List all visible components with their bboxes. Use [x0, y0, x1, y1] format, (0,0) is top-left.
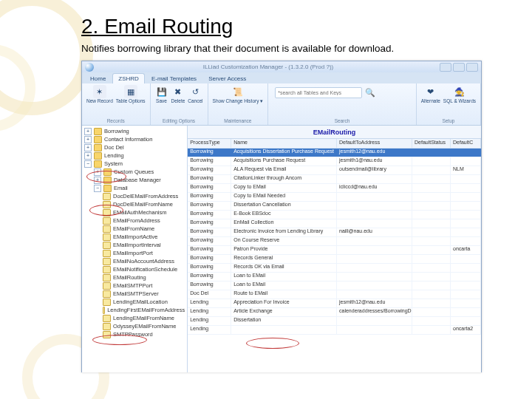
tree-key[interactable]: EMailRouting [82, 273, 187, 282]
table-row[interactable]: Lendingoncarta2 [188, 326, 481, 335]
table-title: EMailRouting [188, 126, 481, 139]
table-row[interactable]: BorrowingOn Course Reserve [188, 237, 481, 246]
maximize-button[interactable] [453, 63, 465, 72]
expand-icon[interactable]: + [94, 177, 101, 184]
key-icon [103, 201, 111, 208]
tree-label: Doc Del [104, 144, 124, 151]
col-process-type[interactable]: ProcessType [188, 139, 231, 148]
expand-icon[interactable]: + [84, 136, 92, 143]
tree-label: Database Manager [114, 177, 161, 183]
expand-icon[interactable]: + [94, 168, 101, 176]
close-button[interactable] [466, 63, 478, 72]
col-default-status[interactable]: DefaultStatus [412, 139, 451, 148]
table-row[interactable]: Doc DelRoute to EMail [188, 290, 481, 299]
table-row[interactable]: LendingArticle Exchangecalenderaddresses… [188, 308, 481, 317]
key-icon [103, 225, 111, 233]
tree-key[interactable]: EMailFromName [82, 225, 187, 233]
tree-key[interactable]: EMailImportInterval [82, 241, 187, 249]
key-icon [103, 250, 111, 257]
table-row[interactable]: BorrowingPatron Provideoncarta [188, 246, 481, 255]
table-row[interactable]: BorrowingLoan to EMail [188, 282, 481, 290]
key-icon [103, 282, 111, 290]
table-row[interactable]: BorrowingRecords General [188, 255, 481, 264]
table-row[interactable]: BorrowingAcquisitions Purchase Requestje… [188, 157, 481, 166]
tree-node[interactable]: +Borrowing [82, 127, 187, 135]
expand-icon[interactable]: − [84, 160, 92, 168]
table-row[interactable]: BorrowingElectronic Invoice from Lending… [188, 228, 481, 237]
tree-node[interactable]: +Database Manager [82, 176, 187, 184]
sql-wizards-button[interactable]: 🧙SQL & Wizards [443, 85, 476, 104]
tree-key[interactable]: EMailImportPort [82, 249, 187, 257]
tree-key-label: EMailSMTPPort [113, 282, 152, 289]
table-row[interactable]: BorrowingCitationLinker through Ancom [188, 175, 481, 184]
ribbon-group-search: Search [273, 118, 412, 123]
tree-key[interactable]: DocDelEMailFromAddress [82, 192, 187, 200]
table-row[interactable]: LendingDissertation [188, 317, 481, 326]
tree-node[interactable]: +Lending [82, 151, 187, 160]
tree-node[interactable]: −System [82, 160, 187, 168]
tree-key[interactable]: EMailNotificationSchedule [82, 265, 187, 273]
col-default-to[interactable]: DefaultToAddress [337, 139, 412, 148]
tree-label: Contact Information [104, 136, 152, 143]
slide-subtitle: Notifies borrowing library that their do… [81, 43, 394, 54]
expand-icon[interactable]: + [84, 144, 92, 151]
key-icon [103, 266, 111, 273]
app-orb-icon[interactable] [85, 63, 94, 72]
tree-key[interactable]: EMailAuthMechanism [82, 208, 187, 216]
delete-button[interactable]: ✖Delete [171, 85, 185, 104]
table-row[interactable]: BorrowingDissertation Cancellation [188, 202, 481, 211]
tree-key-label: LendingEMailFromName [113, 315, 174, 321]
tab-email-templates[interactable]: E-mail Templates [146, 74, 202, 83]
tree-navigator[interactable]: +Borrowing+Contact Information+Doc Del+L… [82, 126, 188, 372]
table-row[interactable]: BorrowingCopy to EMail Needed [188, 193, 481, 202]
table-body: BorrowingAcquisitions Dissertation Purch… [188, 149, 481, 372]
key-icon [103, 217, 111, 225]
tree-node[interactable]: +Contact Information [82, 135, 187, 143]
tab-server-access[interactable]: Server Access [203, 74, 251, 83]
tree-node[interactable]: +Custom Queues [82, 168, 187, 176]
expand-icon[interactable]: + [84, 128, 92, 135]
tree-key[interactable]: EMailSMTPPort [82, 282, 187, 290]
table-row[interactable]: BorrowingLoan to EMail [188, 273, 481, 282]
tab-zshare[interactable]: ZSHRD [112, 73, 145, 83]
table-row[interactable]: BorrowingRecords OK via Email [188, 264, 481, 273]
tree-key[interactable]: SMTPPassword [82, 330, 187, 338]
expand-icon[interactable]: + [84, 152, 92, 160]
col-default-c[interactable]: DefaultC [451, 139, 481, 148]
tree-key[interactable]: OdysseyEMailFromName [82, 322, 187, 330]
tree-key[interactable]: LendingEMailLocation [82, 298, 187, 306]
search-button[interactable]: 🔍 [365, 88, 375, 98]
table-row[interactable]: LendingAppreciation For Invoicejesmith12… [188, 299, 481, 308]
table-header: ProcessType Name DefaultToAddress Defaul… [188, 139, 481, 149]
show-change-history-button[interactable]: 📜Show Change History ▾ [213, 85, 264, 104]
new-record-button[interactable]: ✶New Record [86, 85, 113, 104]
table-row[interactable]: BorrowingCopy to EMailicliccd@nau.edu [188, 184, 481, 193]
table-row[interactable]: BorrowingE-Book EBSdoc [188, 211, 481, 219]
key-icon [103, 290, 111, 298]
table-row[interactable]: BorrowingEnMail Collection [188, 219, 481, 228]
key-icon [103, 274, 111, 282]
expand-icon[interactable]: − [94, 185, 101, 192]
ribbon-tabs: Home ZSHRD E-mail Templates Server Acces… [82, 72, 481, 83]
tree-node[interactable]: +Doc Del [82, 143, 187, 151]
tree-key[interactable]: EMailSMTPServer [82, 290, 187, 298]
tree-key[interactable]: LendingEMailFromName [82, 314, 187, 322]
minimize-button[interactable] [440, 63, 451, 72]
tree-key[interactable]: EMailFromAddress [82, 216, 187, 225]
col-name[interactable]: Name [231, 139, 337, 148]
tree-key[interactable]: EMailImportActive [82, 233, 187, 241]
tree-node[interactable]: −Email [82, 184, 187, 192]
alternate-button[interactable]: ❤Alternate [421, 85, 440, 104]
save-button[interactable]: 💾Save [155, 85, 168, 104]
tree-key-label: SMTPPassword [113, 331, 153, 338]
tree-key[interactable]: EMailNoAccountAddress [82, 257, 187, 265]
tab-home[interactable]: Home [85, 74, 111, 83]
folder-icon [103, 177, 112, 184]
table-row[interactable]: BorrowingAcquisitions Dissertation Purch… [188, 149, 481, 157]
tree-key[interactable]: LendingFirstEMailFromAddress [82, 306, 187, 314]
cancel-button[interactable]: ↺Cancel [188, 85, 202, 104]
table-options-button[interactable]: ▦Table Options [116, 85, 146, 104]
tree-key[interactable]: DocDelEMailFromName [82, 200, 187, 208]
search-input[interactable] [275, 87, 362, 98]
table-row[interactable]: BorrowingALA Request via Emailoutsendmai… [188, 166, 481, 175]
